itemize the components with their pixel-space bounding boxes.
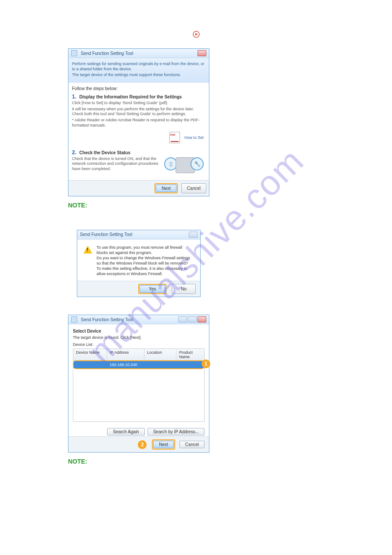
device-row-ip: 192.168.10.240: [107, 361, 144, 368]
svg-marker-1: [195, 33, 198, 36]
device-row[interactable]: 192.168.10.240: [74, 361, 204, 368]
device-list-label: Device List:: [73, 342, 205, 347]
dialog-send-function-intro: Send Function Setting Tool Perform setti…: [68, 48, 209, 196]
next-button[interactable]: Next: [156, 185, 176, 192]
warning-icon: [83, 245, 92, 254]
close-icon[interactable]: [189, 232, 198, 238]
play-icon-row: [0, 31, 392, 40]
cancel-button[interactable]: Cancel: [181, 183, 206, 193]
firewall-line-3: To make this setting effective, it is al…: [97, 266, 194, 276]
yes-button-highlight: Yes: [138, 284, 166, 294]
dialog-title: Send Function Setting Tool: [80, 232, 132, 237]
next-button-highlight: Next: [155, 183, 178, 193]
step-1-line-2: It will be necessary when you perform th…: [72, 107, 205, 117]
dialog-intro-panel: Perform settings for sending scanned ori…: [68, 58, 209, 83]
callout-badge-2: 2: [138, 440, 147, 449]
search-by-ip-button[interactable]: Search by IP Address...: [147, 428, 205, 435]
app-icon: [71, 316, 77, 323]
close-icon[interactable]: [198, 316, 206, 323]
next-button-highlight: Next: [152, 439, 175, 450]
minimize-icon[interactable]: [178, 316, 187, 323]
select-device-heading: Select Device: [73, 329, 205, 334]
no-button[interactable]: No: [172, 284, 196, 294]
step-2-body: Check that the device is turned ON, and …: [72, 156, 167, 172]
note-label-1: NOTE:: [68, 202, 323, 209]
titlebar: Send Function Setting Tool: [77, 230, 200, 239]
device-row-highlight: 192.168.10.240: [73, 360, 205, 369]
step-1-line-3: * Adobe Reader or Adobe Acrobat Reader i…: [72, 118, 205, 128]
device-row-product: [176, 361, 204, 368]
maximize-icon[interactable]: [188, 316, 197, 323]
col-ip-address[interactable]: IP Address: [107, 349, 144, 360]
search-again-button[interactable]: Search Again: [107, 428, 145, 435]
wrench-icon: 🔧: [191, 157, 204, 170]
select-device-subtext: The target device is found. Click [Next]…: [73, 335, 205, 340]
how-to-set-link[interactable]: How to Set: [184, 135, 204, 140]
dialog-firewall-prompt: Send Function Setting Tool To use this p…: [77, 230, 201, 297]
dialog-footer: Next Cancel: [68, 180, 209, 196]
follow-steps-label: Follow the steps below:: [72, 86, 205, 91]
device-graphic: ▯ 🔧: [167, 157, 204, 173]
app-icon: [71, 50, 77, 56]
yes-button[interactable]: Yes: [140, 285, 165, 293]
dialog-select-device: Send Function Setting Tool Select Device…: [68, 315, 209, 453]
col-product-name[interactable]: Product Name: [176, 349, 204, 360]
col-device-name[interactable]: Device Name: [73, 349, 107, 360]
window-buttons: [198, 50, 206, 56]
firewall-line-2: Do you want to change the Windows Firewa…: [97, 255, 194, 266]
step-1-line-1: Click [How to Set] to display 'Send Sett…: [72, 101, 205, 106]
intro-line-2: The target device of the settings must s…: [72, 73, 205, 78]
device-row-name: [74, 361, 107, 368]
step-1-title: Display the Information Required for the…: [79, 94, 182, 99]
device-row-location: [144, 361, 176, 368]
play-icon: [193, 31, 200, 38]
close-icon[interactable]: [198, 50, 206, 56]
firewall-line-1: To use this program, you must remove all…: [97, 245, 194, 255]
device-list: Device Name IP Address Location Product …: [73, 348, 205, 422]
step-1-number: 1.: [72, 94, 76, 100]
col-location[interactable]: Location: [144, 349, 176, 360]
step-2-title: Check the Device Status: [79, 150, 130, 155]
next-button[interactable]: Next: [153, 441, 174, 448]
intro-line-1: Perform settings for sending scanned ori…: [72, 62, 205, 72]
dialog-title: Send Function Setting Tool: [81, 51, 133, 56]
titlebar: Send Function Setting Tool: [68, 49, 209, 58]
pdf-icon: [169, 132, 180, 143]
device-list-empty-area: [73, 369, 204, 421]
note-label-2: NOTE:: [68, 458, 323, 465]
device-list-header: Device Name IP Address Location Product …: [73, 349, 204, 361]
dialog-title: Send Function Setting Tool: [81, 317, 133, 322]
titlebar: Send Function Setting Tool: [68, 315, 209, 324]
callout-badge-1: 1: [201, 359, 210, 368]
cancel-button[interactable]: Cancel: [180, 441, 205, 448]
step-2-number: 2.: [72, 149, 76, 156]
